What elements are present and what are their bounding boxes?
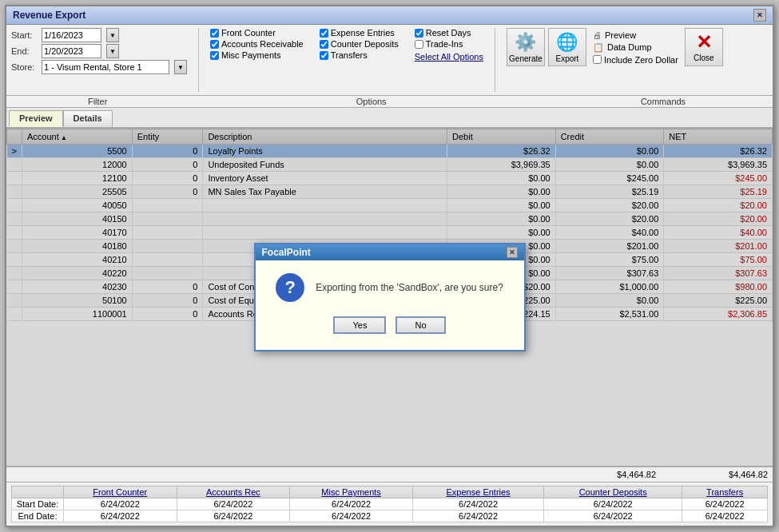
end-date-cell-1: 6/24/2022: [177, 510, 290, 522]
options-section-label: Options: [189, 96, 554, 107]
export-label: Export: [556, 54, 579, 63]
total-debit: $4,464.82: [592, 470, 656, 479]
select-all-link[interactable]: Select All Options: [415, 52, 483, 62]
transfers-label: Transfers: [331, 50, 368, 60]
accounts-receivable-checkbox[interactable]: [210, 40, 219, 49]
front-counter-checkbox-row[interactable]: Front Counter: [210, 28, 304, 38]
modal-message: Exporting from the 'SandBox', are you su…: [316, 282, 503, 293]
front-counter-checkbox[interactable]: [210, 29, 219, 38]
options-rows: Front Counter Accounts Receivable Misc P…: [210, 28, 483, 62]
trade-ins-checkbox-row[interactable]: Trade-Ins: [415, 39, 483, 49]
modal-question-icon: ?: [276, 273, 304, 302]
misc-payments-checkbox[interactable]: [210, 51, 219, 60]
trade-ins-checkbox[interactable]: [415, 40, 423, 49]
commands-section-label: Commands: [554, 96, 773, 107]
table-container: Account Entity Description Debit Credit …: [6, 129, 773, 466]
title-bar: Revenue Export ✕: [6, 6, 773, 25]
front-counter-label: Front Counter: [221, 28, 276, 38]
section-labels-row: Filter Options Commands: [6, 96, 773, 108]
modal-yes-button[interactable]: Yes: [333, 316, 386, 334]
end-date-label: End Date:: [12, 510, 64, 522]
store-input[interactable]: [42, 60, 169, 74]
tab-details[interactable]: Details: [63, 110, 113, 127]
bottom-col-misc-payments[interactable]: Misc Payments: [290, 486, 413, 498]
options-col-1: Front Counter Accounts Receivable Misc P…: [210, 28, 304, 62]
toolbar: Start: ▼ End: ▼ Store: ▼: [6, 25, 773, 96]
close-x-icon: ✕: [696, 33, 712, 52]
end-date-cell-4: 6/24/2022: [544, 510, 682, 522]
reset-days-checkbox[interactable]: [415, 29, 423, 38]
end-date-cell-5: 6/24/2022: [682, 510, 768, 522]
expense-entries-label: Expense Entries: [331, 28, 395, 38]
end-date-cell-2: 6/24/2022: [290, 510, 413, 522]
footer-totals: $4,464.82 $4,464.82: [6, 466, 773, 482]
data-dump-cmd[interactable]: 📋 Data Dump: [593, 42, 678, 53]
start-row: Start: ▼: [11, 28, 187, 42]
title-bar-close-button[interactable]: ✕: [753, 9, 766, 22]
expense-entries-checkbox-row[interactable]: Expense Entries: [320, 28, 399, 38]
end-input[interactable]: [42, 44, 101, 58]
options-section: Front Counter Accounts Receivable Misc P…: [210, 28, 483, 62]
modal-overlay: FocalPoint ✕ ? Exporting from the 'SandB…: [6, 129, 773, 466]
bottom-col-accounts-rec[interactable]: Accounts Rec: [177, 486, 290, 498]
commands-section: ⚙️ Generate 🌐 Export 🖨 Preview 📋 Data Du…: [507, 28, 723, 66]
reset-days-label: Reset Days: [426, 28, 471, 38]
bottom-col-counter-deposits[interactable]: Counter Deposits: [544, 486, 682, 498]
bottom-start-row: Start Date:6/24/20226/24/20226/24/20226/…: [12, 498, 768, 510]
bottom-empty-header: [12, 486, 64, 498]
close-label: Close: [694, 54, 714, 62]
preview-icon: 🖨: [593, 30, 602, 40]
generate-button[interactable]: ⚙️ Generate: [507, 28, 545, 66]
counter-deposits-checkbox-row[interactable]: Counter Deposits: [320, 39, 399, 49]
end-dropdown-button[interactable]: ▼: [106, 44, 119, 58]
modal-close-button[interactable]: ✕: [507, 247, 518, 258]
tab-preview[interactable]: Preview: [9, 110, 63, 127]
misc-payments-checkbox-row[interactable]: Misc Payments: [210, 50, 304, 60]
filter-section: Start: ▼ End: ▼ Store: ▼: [11, 28, 187, 74]
counter-deposits-label: Counter Deposits: [331, 39, 399, 49]
start-date-label: Start Date:: [12, 498, 64, 510]
transfers-checkbox-row[interactable]: Transfers: [320, 50, 399, 60]
include-zero-dollar-row[interactable]: Include Zero Dollar: [593, 55, 678, 65]
bottom-end-row: End Date:6/24/20226/24/20226/24/20226/24…: [12, 510, 768, 522]
data-dump-icon: 📋: [593, 42, 604, 53]
expense-entries-checkbox[interactable]: [320, 29, 328, 38]
reset-days-checkbox-row[interactable]: Reset Days: [415, 28, 483, 38]
sidebar-commands: 🖨 Preview 📋 Data Dump Include Zero Dolla…: [593, 30, 678, 65]
title-bar-title: Revenue Export: [13, 10, 85, 21]
end-date-cell-0: 6/24/2022: [64, 510, 177, 522]
modal-no-button[interactable]: No: [395, 316, 445, 334]
modal-body: ? Exporting from the 'SandBox', are you …: [256, 260, 524, 350]
export-button[interactable]: 🌐 Export: [548, 28, 586, 66]
start-date-cell-3: 6/24/2022: [413, 498, 544, 510]
trade-ins-label: Trade-Ins: [426, 39, 463, 49]
commands-buttons-row: ⚙️ Generate 🌐 Export 🖨 Preview 📋 Data Du…: [507, 28, 723, 66]
bottom-col-expense-entries[interactable]: Expense Entries: [413, 486, 544, 498]
store-dropdown-button[interactable]: ▼: [174, 60, 187, 74]
end-row: End: ▼: [11, 44, 187, 58]
accounts-receivable-label: Accounts Receivable: [221, 39, 304, 49]
preview-label: Preview: [605, 30, 636, 40]
divider-1: [198, 28, 199, 92]
options-col-2: Expense Entries Counter Deposits Transfe…: [320, 28, 399, 62]
start-dropdown-button[interactable]: ▼: [106, 28, 119, 42]
bottom-col-transfers[interactable]: Transfers: [682, 486, 768, 498]
export-icon: 🌐: [556, 32, 578, 53]
options-col-3: Reset Days Trade-Ins Select All Options: [415, 28, 483, 62]
total-credit: $4,464.82: [704, 470, 768, 479]
bottom-col-front-counter[interactable]: Front Counter: [64, 486, 177, 498]
start-input[interactable]: [42, 28, 101, 42]
modal-buttons: Yes No: [333, 312, 445, 342]
end-label: End:: [11, 46, 37, 56]
accounts-receivable-checkbox-row[interactable]: Accounts Receivable: [210, 39, 304, 49]
modal-title: FocalPoint: [262, 247, 311, 258]
transfers-checkbox[interactable]: [320, 51, 328, 60]
store-row: Store: ▼: [11, 60, 187, 74]
modal-title-bar: FocalPoint ✕: [256, 244, 524, 260]
preview-cmd[interactable]: 🖨 Preview: [593, 30, 678, 40]
close-button[interactable]: ✕ Close: [685, 28, 723, 66]
tabs-row: Preview Details: [6, 108, 773, 129]
counter-deposits-checkbox[interactable]: [320, 40, 328, 49]
include-zero-dollar-checkbox[interactable]: [593, 55, 602, 64]
generate-icon: ⚙️: [515, 32, 536, 53]
